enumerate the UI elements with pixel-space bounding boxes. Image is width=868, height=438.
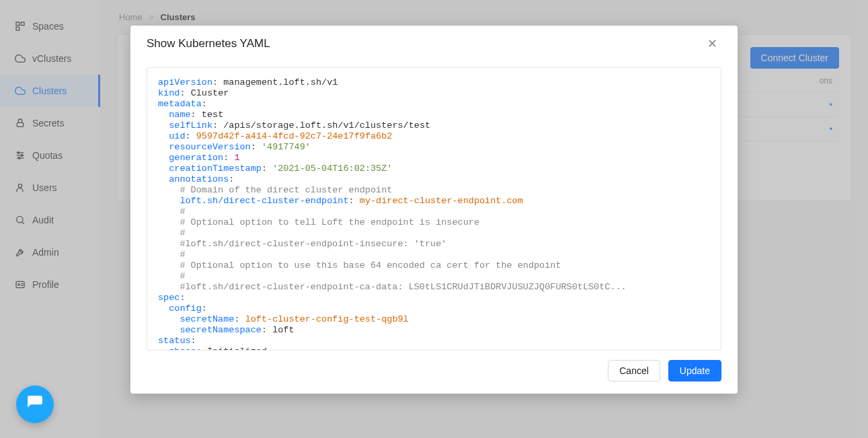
close-icon[interactable]: ✕ — [703, 35, 721, 52]
yaml-editor[interactable]: apiVersion: management.loft.sh/v1 kind: … — [147, 67, 721, 351]
modal-footer: Cancel Update — [130, 351, 738, 394]
chat-icon — [26, 394, 44, 414]
modal-body: apiVersion: management.loft.sh/v1 kind: … — [130, 62, 738, 351]
chat-widget-button[interactable] — [16, 386, 54, 423]
modal-title: Show Kubernetes YAML — [147, 37, 270, 50]
yaml-modal: Show Kubernetes YAML ✕ apiVersion: manag… — [130, 26, 738, 394]
update-button[interactable]: Update — [668, 360, 721, 381]
cancel-button[interactable]: Cancel — [608, 360, 660, 381]
modal-header: Show Kubernetes YAML ✕ — [130, 26, 738, 62]
modal-wrap: Show Kubernetes YAML ✕ apiVersion: manag… — [0, 0, 868, 438]
